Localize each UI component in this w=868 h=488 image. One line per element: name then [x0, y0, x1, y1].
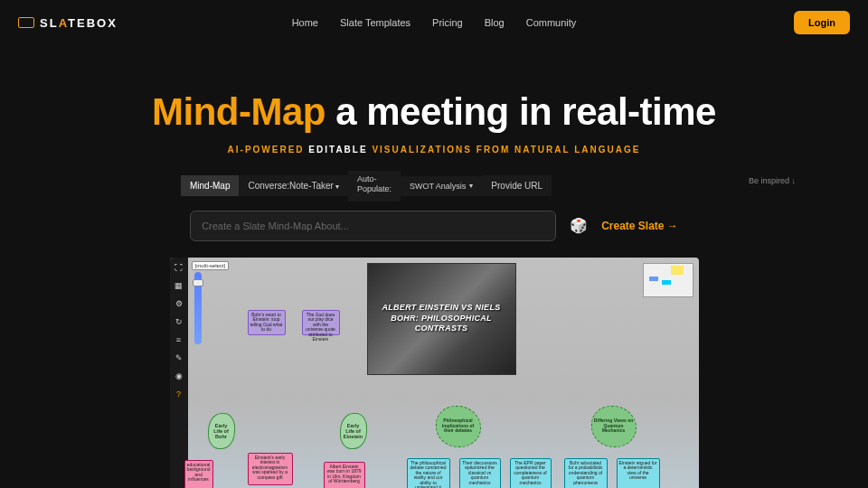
nav-templates[interactable]: Slate Templates [340, 17, 410, 28]
detail-node[interactable]: The EPR paper questioned the completenes… [510, 458, 552, 488]
zoom-slider[interactable] [194, 272, 202, 344]
prompt-input[interactable] [190, 211, 556, 241]
bars-icon[interactable]: ≡ [175, 335, 184, 344]
tab-swot[interactable]: SWOT Analysis▾ [401, 176, 482, 196]
multi-select-badge[interactable]: [multi-select] [192, 261, 230, 270]
detail-node[interactable]: Einstein's early interest in electromagn… [248, 453, 293, 485]
help-icon[interactable]: ? [175, 389, 184, 399]
zoom-thumb[interactable] [193, 279, 203, 286]
topic-node[interactable]: Early Life of Einstein [340, 413, 367, 449]
topic-node[interactable]: Differing Views on Quantum Mechanics [591, 406, 637, 447]
hero-section: Mind-Map a meeting in real-time AI-POWER… [0, 90, 868, 488]
tab-mindmap[interactable]: Mind-Map [181, 175, 239, 196]
logo-mark-icon [18, 17, 34, 28]
login-button[interactable]: Login [794, 11, 850, 34]
topic-node[interactable]: Philosophical Implications of their deba… [436, 406, 481, 447]
quote-node[interactable]: Bohr's retort to Einstein: stop telling … [248, 310, 286, 335]
brand-logo[interactable]: SLATEBOX [18, 16, 118, 30]
quote-node[interactable]: The God does not play dice with the univ… [302, 310, 340, 335]
detail-node[interactable]: The philosophical debate concerned the n… [407, 458, 450, 488]
minimap-region [662, 280, 671, 285]
canvas-sidebar: ⛶ ▦ ⚙ ↻ ≡ ✎ ◉ ? [170, 258, 188, 488]
primary-nav: Home Slate Templates Pricing Blog Commun… [292, 17, 577, 28]
gear-icon[interactable]: ⚙ [175, 299, 184, 308]
canvas-preview: ⛶ ▦ ⚙ ↻ ≡ ✎ ◉ ? [multi-select] ALBERT EI… [170, 258, 699, 488]
minimap-region [649, 277, 658, 281]
tab-converse[interactable]: Converse:Note-Taker▾ [239, 175, 347, 196]
be-inspired-label: Be inspired ↓ [749, 176, 796, 185]
logo-text: SLATEBOX [40, 16, 118, 30]
nav-home[interactable]: Home [292, 17, 318, 28]
tab-auto-populate[interactable]: Auto- Populate: [348, 171, 401, 202]
detail-node[interactable]: Einstein argued for a deterministic view… [617, 458, 660, 488]
create-row: 🎲 Create Slate → [172, 211, 696, 241]
tab-row: Mind-Map Converse:Note-Taker▾ Auto- Popu… [181, 171, 687, 202]
detail-node[interactable]: Bohr advocated for a probabilistic under… [564, 458, 608, 488]
hero-tagline: AI-POWERED EDITABLE VISUALIZATIONS FROM … [0, 145, 868, 155]
dice-icon[interactable]: 🎲 [571, 218, 587, 234]
center-image-node[interactable]: ALBERT EINSTEIN VS NIELS BOHR: PHILOSOPH… [367, 263, 516, 375]
globe-icon[interactable]: ◉ [175, 371, 184, 380]
pencil-icon[interactable]: ✎ [175, 353, 184, 362]
center-image-title: ALBERT EINSTEIN VS NIELS BOHR: PHILOSOPH… [368, 303, 515, 334]
layers-icon[interactable]: ▦ [175, 281, 184, 290]
hero-headline: Mind-Map a meeting in real-time [0, 90, 868, 134]
detail-node[interactable]: educational background and influences [184, 460, 213, 488]
detail-node[interactable]: Albert Einstein was born in 1879 in Ulm,… [324, 462, 365, 488]
create-slate-button[interactable]: Create Slate → [601, 220, 678, 232]
nav-community[interactable]: Community [526, 17, 577, 28]
chevron-down-icon: ▾ [335, 183, 339, 191]
top-header: SLATEBOX Home Slate Templates Pricing Bl… [0, 0, 868, 45]
tab-provide-url[interactable]: Provide URL [482, 175, 552, 196]
nav-blog[interactable]: Blog [485, 17, 505, 28]
minimap-region [671, 266, 684, 275]
detail-node[interactable]: Their discussions epitomized the classic… [459, 458, 501, 488]
topic-node[interactable]: Early Life of Bohr [208, 413, 235, 449]
chevron-down-icon: ▾ [469, 182, 473, 190]
minimap[interactable] [643, 263, 693, 297]
nav-pricing[interactable]: Pricing [432, 17, 463, 28]
users-icon[interactable]: ⛶ [175, 263, 184, 272]
history-icon[interactable]: ↻ [175, 317, 184, 326]
